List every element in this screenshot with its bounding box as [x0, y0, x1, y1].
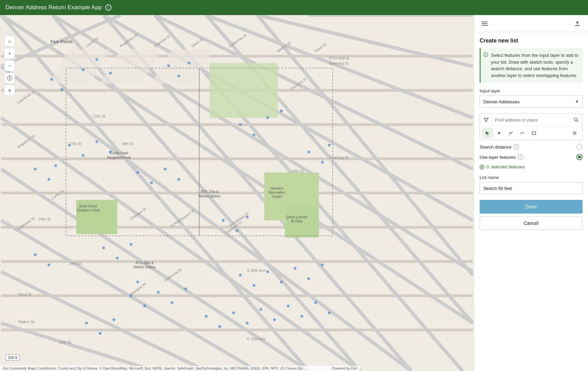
- svg-text:24th St: 24th St: [69, 261, 81, 266]
- svg-text:RTD-25th &: RTD-25th &: [136, 261, 154, 265]
- svg-point-97: [99, 332, 102, 335]
- svg-marker-158: [484, 118, 488, 121]
- svg-point-79: [239, 274, 242, 277]
- compass-button[interactable]: [4, 73, 15, 84]
- map-svg: Arapahoe St Curtis St Champa St Stout St…: [0, 15, 474, 371]
- input-layer-select-wrapper: Denver Addresses ▼: [480, 95, 583, 108]
- svg-point-48: [253, 133, 255, 136]
- right-panel: Create new list Select features from the…: [474, 15, 588, 371]
- svg-point-96: [85, 322, 88, 324]
- svg-text:Glenarm: Glenarm: [270, 187, 283, 190]
- info-text: Select features from the input layer to …: [491, 53, 578, 78]
- svg-point-44: [167, 64, 170, 67]
- svg-point-72: [48, 264, 50, 266]
- svg-point-81: [266, 270, 269, 273]
- svg-point-50: [280, 110, 283, 112]
- sketch-toolbar: [480, 126, 582, 140]
- sketch-freehand-tool[interactable]: [517, 128, 528, 139]
- svg-point-45: [177, 75, 180, 77]
- svg-text:Five Points: Five Points: [51, 39, 73, 44]
- search-row: [480, 114, 582, 126]
- use-layer-features-help-icon[interactable]: i: [518, 154, 523, 160]
- svg-point-68: [102, 246, 105, 249]
- svg-rect-163: [532, 132, 536, 135]
- svg-text:Downing St: Downing St: [329, 155, 348, 159]
- svg-point-156: [485, 54, 486, 54]
- svg-point-39: [50, 78, 53, 81]
- sketch-polyline-tool[interactable]: [505, 128, 516, 139]
- search-button[interactable]: [570, 114, 582, 126]
- svg-point-88: [232, 311, 235, 314]
- panel-title: Create new list: [480, 38, 583, 44]
- svg-text:Downing St: Downing St: [329, 61, 348, 65]
- svg-line-160: [577, 121, 578, 122]
- features-link-icon: [480, 165, 484, 169]
- svg-point-66: [236, 229, 238, 232]
- svg-point-56: [48, 178, 50, 181]
- use-layer-features-label-group: Use layer features i: [480, 154, 576, 160]
- svg-point-47: [239, 123, 242, 126]
- svg-text:Walton St: Walton St: [18, 320, 34, 324]
- zoom-in-button[interactable]: +: [4, 48, 15, 59]
- svg-text:Center: Center: [272, 195, 282, 199]
- sketch-point-tool[interactable]: [494, 128, 505, 139]
- svg-rect-152: [486, 23, 488, 24]
- svg-point-86: [205, 315, 208, 318]
- svg-text:Quick (Lenore: Quick (Lenore: [286, 215, 308, 219]
- search-area: [480, 113, 583, 140]
- selected-features-label: selected features: [491, 164, 525, 169]
- search-input[interactable]: [492, 114, 570, 126]
- panel-content: Create new list Select features from the…: [474, 32, 588, 371]
- svg-point-90: [259, 308, 262, 311]
- svg-point-76: [157, 291, 160, 294]
- layers-button[interactable]: ≡: [4, 85, 15, 96]
- svg-point-80: [253, 284, 255, 287]
- sketch-settings-tool[interactable]: [569, 128, 580, 139]
- svg-rect-150: [482, 25, 488, 26]
- home-button[interactable]: ⌂: [4, 36, 15, 47]
- svg-point-63: [321, 161, 324, 164]
- zoom-out-button[interactable]: −: [4, 60, 15, 71]
- svg-point-94: [314, 301, 317, 304]
- svg-point-84: [307, 277, 310, 280]
- use-layer-features-toggle[interactable]: [576, 154, 583, 160]
- svg-text:Children's Park: Children's Park: [77, 208, 100, 212]
- scale-bar: 200 ft: [5, 355, 20, 361]
- selected-features-link[interactable]: 0 selected features: [480, 164, 583, 169]
- search-filter-button[interactable]: [480, 114, 492, 126]
- info-icon[interactable]: i: [105, 4, 111, 11]
- svg-text:Welton Station: Welton Station: [134, 265, 156, 269]
- panel-menu-icon[interactable]: [480, 18, 490, 29]
- svg-point-60: [164, 168, 166, 170]
- sketch-pointer-tool[interactable]: [482, 128, 493, 139]
- svg-point-43: [109, 72, 112, 75]
- done-button[interactable]: Done: [480, 200, 583, 214]
- svg-rect-151: [486, 22, 488, 22]
- search-distance-label: Search distance: [480, 144, 511, 150]
- svg-point-159: [574, 118, 577, 121]
- use-layer-features-row: Use layer features i: [480, 154, 583, 160]
- selected-features-row: 0 selected features: [480, 164, 583, 169]
- svg-point-65: [222, 219, 225, 222]
- panel-top-bar: [474, 15, 588, 32]
- panel-export-icon[interactable]: [572, 18, 583, 29]
- cancel-button[interactable]: Cancel: [480, 216, 583, 230]
- search-distance-help-icon[interactable]: i: [513, 144, 519, 150]
- svg-point-52: [82, 154, 84, 157]
- svg-point-91: [273, 318, 276, 321]
- sketch-rectangle-tool[interactable]: [529, 128, 539, 139]
- svg-text:Stout St: Stout St: [18, 292, 31, 296]
- svg-point-89: [246, 322, 249, 324]
- svg-text:RTD-30th &: RTD-30th &: [329, 56, 349, 60]
- svg-point-71: [34, 253, 37, 256]
- map-area[interactable]: Arapahoe St Curtis St Champa St Stout St…: [0, 15, 474, 371]
- list-name-input[interactable]: [480, 182, 583, 194]
- svg-text:27th St: 27th St: [93, 114, 105, 118]
- svg-point-40: [61, 88, 63, 91]
- svg-point-162: [498, 132, 500, 134]
- svg-point-78: [184, 287, 187, 290]
- search-distance-toggle[interactable]: [576, 144, 583, 150]
- selected-features-count: 0: [486, 164, 489, 169]
- input-layer-select[interactable]: Denver Addresses: [480, 95, 583, 108]
- svg-point-85: [321, 264, 324, 266]
